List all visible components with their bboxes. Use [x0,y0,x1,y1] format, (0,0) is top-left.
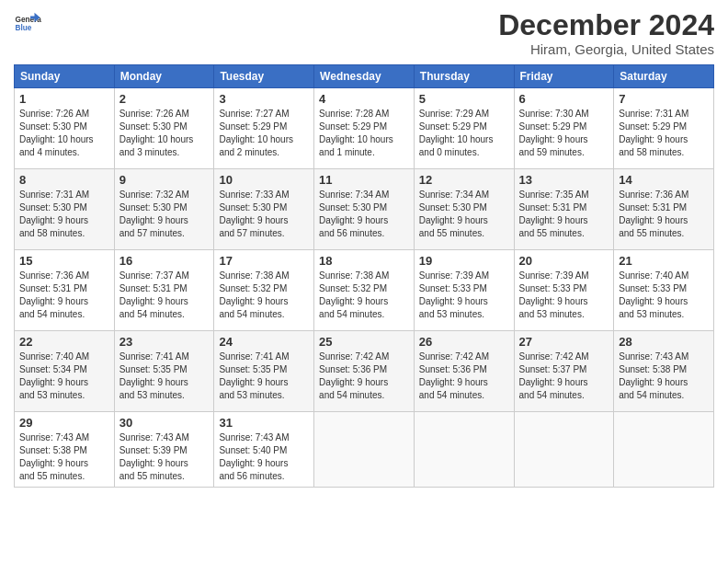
table-row: 28Sunrise: 7:43 AM Sunset: 5:38 PM Dayli… [614,331,714,412]
day-number: 3 [219,92,309,106]
table-row: 11Sunrise: 7:34 AM Sunset: 5:30 PM Dayli… [314,169,415,250]
title-area: December 2024 Hiram, Georgia, United Sta… [498,9,714,57]
header-saturday: Saturday [614,65,714,88]
header-friday: Friday [514,65,614,88]
day-info: Sunrise: 7:34 AM Sunset: 5:30 PM Dayligh… [419,189,509,240]
day-info: Sunrise: 7:27 AM Sunset: 5:29 PM Dayligh… [219,108,309,159]
table-row: 30Sunrise: 7:43 AM Sunset: 5:39 PM Dayli… [114,412,214,488]
day-info: Sunrise: 7:32 AM Sunset: 5:30 PM Dayligh… [119,189,210,240]
day-number: 25 [319,335,409,349]
day-number: 7 [619,92,709,106]
table-row: 2Sunrise: 7:26 AM Sunset: 5:30 PM Daylig… [114,88,214,169]
table-row [314,412,415,488]
table-row [614,412,714,488]
table-row [414,412,514,488]
table-row: 1Sunrise: 7:26 AM Sunset: 5:30 PM Daylig… [15,88,115,169]
header-tuesday: Tuesday [214,65,314,88]
table-row: 4Sunrise: 7:28 AM Sunset: 5:29 PM Daylig… [314,88,415,169]
month-title: December 2024 [498,9,714,41]
day-number: 15 [19,254,109,268]
day-info: Sunrise: 7:33 AM Sunset: 5:30 PM Dayligh… [219,189,309,240]
day-info: Sunrise: 7:40 AM Sunset: 5:34 PM Dayligh… [19,350,109,402]
table-row: 20Sunrise: 7:39 AM Sunset: 5:33 PM Dayli… [514,250,614,331]
logo: General Blue [14,9,41,37]
table-row: 24Sunrise: 7:41 AM Sunset: 5:35 PM Dayli… [214,331,314,412]
table-row: 19Sunrise: 7:39 AM Sunset: 5:33 PM Dayli… [414,250,514,331]
table-row: 23Sunrise: 7:41 AM Sunset: 5:35 PM Dayli… [114,331,214,412]
day-info: Sunrise: 7:42 AM Sunset: 5:37 PM Dayligh… [519,350,609,402]
calendar-table: Sunday Monday Tuesday Wednesday Thursday… [14,64,714,488]
day-info: Sunrise: 7:31 AM Sunset: 5:29 PM Dayligh… [619,108,709,159]
day-number: 24 [219,335,309,349]
day-number: 22 [19,335,109,349]
day-number: 16 [119,254,210,268]
day-number: 31 [219,416,309,430]
day-info: Sunrise: 7:36 AM Sunset: 5:31 PM Dayligh… [19,270,109,321]
day-info: Sunrise: 7:35 AM Sunset: 5:31 PM Dayligh… [519,189,609,240]
table-row: 17Sunrise: 7:38 AM Sunset: 5:32 PM Dayli… [214,250,314,331]
day-number: 28 [619,335,709,349]
day-number: 5 [419,92,509,106]
table-row: 31Sunrise: 7:43 AM Sunset: 5:40 PM Dayli… [214,412,314,488]
table-row: 5Sunrise: 7:29 AM Sunset: 5:29 PM Daylig… [414,88,514,169]
table-row: 9Sunrise: 7:32 AM Sunset: 5:30 PM Daylig… [114,169,214,250]
day-info: Sunrise: 7:39 AM Sunset: 5:33 PM Dayligh… [419,270,509,321]
table-row: 7Sunrise: 7:31 AM Sunset: 5:29 PM Daylig… [614,88,714,169]
table-row: 18Sunrise: 7:38 AM Sunset: 5:32 PM Dayli… [314,250,415,331]
table-row: 3Sunrise: 7:27 AM Sunset: 5:29 PM Daylig… [214,88,314,169]
day-number: 11 [319,173,409,187]
day-number: 29 [19,416,109,430]
table-row: 8Sunrise: 7:31 AM Sunset: 5:30 PM Daylig… [15,169,115,250]
day-number: 20 [519,254,609,268]
day-info: Sunrise: 7:40 AM Sunset: 5:33 PM Dayligh… [619,270,709,321]
logo-icon: General Blue [14,9,41,37]
day-info: Sunrise: 7:43 AM Sunset: 5:38 PM Dayligh… [619,350,709,402]
day-info: Sunrise: 7:43 AM Sunset: 5:39 PM Dayligh… [119,431,210,483]
day-info: Sunrise: 7:30 AM Sunset: 5:29 PM Dayligh… [519,108,609,159]
day-number: 2 [119,92,210,106]
day-info: Sunrise: 7:43 AM Sunset: 5:38 PM Dayligh… [19,431,109,483]
header-monday: Monday [114,65,214,88]
day-number: 17 [219,254,309,268]
day-info: Sunrise: 7:26 AM Sunset: 5:30 PM Dayligh… [119,108,210,159]
day-info: Sunrise: 7:29 AM Sunset: 5:29 PM Dayligh… [419,108,509,159]
table-row: 25Sunrise: 7:42 AM Sunset: 5:36 PM Dayli… [314,331,415,412]
table-row: 27Sunrise: 7:42 AM Sunset: 5:37 PM Dayli… [514,331,614,412]
day-info: Sunrise: 7:36 AM Sunset: 5:31 PM Dayligh… [619,189,709,240]
page-header: General Blue December 2024 Hiram, Georgi… [14,9,714,57]
day-number: 6 [519,92,609,106]
day-info: Sunrise: 7:38 AM Sunset: 5:32 PM Dayligh… [219,270,309,321]
day-number: 23 [119,335,210,349]
svg-text:Blue: Blue [16,24,32,32]
location: Hiram, Georgia, United States [498,41,714,57]
header-wednesday: Wednesday [314,65,415,88]
header-thursday: Thursday [414,65,514,88]
table-row: 15Sunrise: 7:36 AM Sunset: 5:31 PM Dayli… [15,250,115,331]
table-row: 16Sunrise: 7:37 AM Sunset: 5:31 PM Dayli… [114,250,214,331]
day-number: 21 [619,254,709,268]
day-number: 19 [419,254,509,268]
day-number: 12 [419,173,509,187]
table-row: 26Sunrise: 7:42 AM Sunset: 5:36 PM Dayli… [414,331,514,412]
day-number: 13 [519,173,609,187]
day-info: Sunrise: 7:41 AM Sunset: 5:35 PM Dayligh… [219,350,309,402]
table-row: 12Sunrise: 7:34 AM Sunset: 5:30 PM Dayli… [414,169,514,250]
day-number: 8 [19,173,109,187]
day-info: Sunrise: 7:28 AM Sunset: 5:29 PM Dayligh… [319,108,409,159]
day-info: Sunrise: 7:43 AM Sunset: 5:40 PM Dayligh… [219,431,309,483]
day-number: 18 [319,254,409,268]
day-info: Sunrise: 7:42 AM Sunset: 5:36 PM Dayligh… [319,350,409,402]
day-info: Sunrise: 7:34 AM Sunset: 5:30 PM Dayligh… [319,189,409,240]
day-number: 9 [119,173,210,187]
day-info: Sunrise: 7:31 AM Sunset: 5:30 PM Dayligh… [19,189,109,240]
table-row: 10Sunrise: 7:33 AM Sunset: 5:30 PM Dayli… [214,169,314,250]
day-number: 1 [19,92,109,106]
table-row: 14Sunrise: 7:36 AM Sunset: 5:31 PM Dayli… [614,169,714,250]
table-row: 21Sunrise: 7:40 AM Sunset: 5:33 PM Dayli… [614,250,714,331]
table-row: 13Sunrise: 7:35 AM Sunset: 5:31 PM Dayli… [514,169,614,250]
day-number: 10 [219,173,309,187]
day-info: Sunrise: 7:38 AM Sunset: 5:32 PM Dayligh… [319,270,409,321]
day-info: Sunrise: 7:39 AM Sunset: 5:33 PM Dayligh… [519,270,609,321]
table-row: 29Sunrise: 7:43 AM Sunset: 5:38 PM Dayli… [15,412,115,488]
calendar-header-row: Sunday Monday Tuesday Wednesday Thursday… [15,65,714,88]
